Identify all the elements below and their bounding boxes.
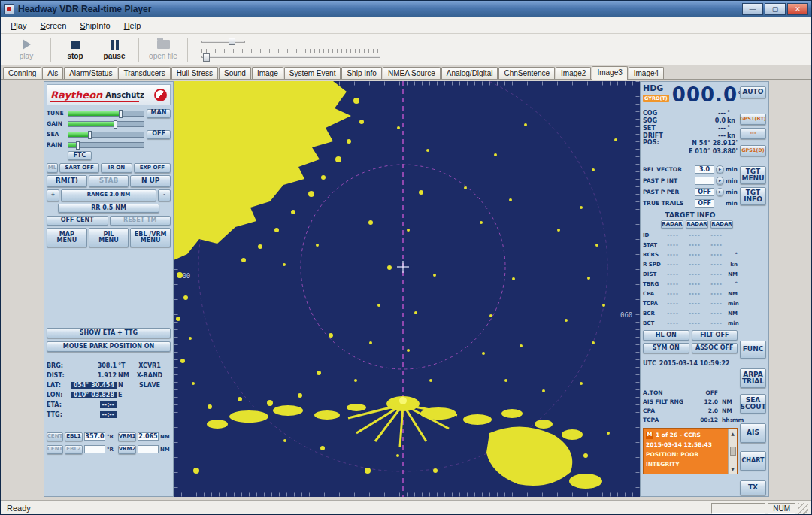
tab-transducers[interactable]: Transducers (118, 67, 170, 79)
cent-ebl2-button[interactable]: CENT (47, 445, 63, 454)
rel-vector-spinner[interactable]: ▸ (716, 165, 724, 174)
speed-slider-knob[interactable] (229, 38, 235, 45)
tab-analog-digital[interactable]: Analog/Digital (441, 67, 498, 79)
sart-button[interactable]: SART OFF (59, 163, 99, 173)
vrm2-button[interactable]: VRM2 (118, 445, 136, 454)
scroll-thumb[interactable] (730, 447, 736, 456)
dist-value: 1.912 (68, 372, 117, 379)
show-eta-ttg-button[interactable]: SHOW ETA + TTG (47, 328, 171, 338)
menu-help[interactable]: Help (117, 19, 148, 32)
radar-source-3-button[interactable]: RADAR (710, 220, 733, 229)
stop-button[interactable]: stop (56, 39, 95, 60)
tab-sound[interactable]: Sound (219, 67, 251, 79)
chart-button[interactable]: CHART (740, 451, 766, 471)
tab-hull-stress[interactable]: Hull Stress (171, 67, 218, 79)
tx-button[interactable]: TX (740, 480, 766, 495)
pause-button[interactable]: pause (95, 39, 134, 60)
reset-tm-button[interactable]: RESET TM (110, 216, 171, 226)
map-menu-button[interactable]: MAPMENU (47, 228, 87, 247)
mouse-park-button[interactable]: MOUSE PARK POSITION ON (47, 341, 171, 352)
assoc-button[interactable]: ASSOC OFF (692, 343, 738, 353)
tgt-info-button[interactable]: TGTINFO (740, 187, 766, 205)
tab-alarm-status[interactable]: Alarm/Status (64, 67, 117, 79)
title-bar[interactable]: Headway VDR Real-time Player — ▢ ✕ (1, 1, 811, 17)
timeline-slider[interactable] (201, 49, 380, 62)
vrm1-button[interactable]: VRM1 (118, 432, 136, 441)
ir-button[interactable]: IR ON (101, 163, 132, 173)
cpa-limit-value: 2.0 (697, 407, 718, 414)
radar-source-2-button[interactable]: RADAR (686, 220, 708, 229)
gps1-d-button[interactable]: GPS1(D) (740, 145, 766, 156)
symbols-button[interactable]: SYM ON (643, 343, 689, 353)
func-button[interactable]: FUNC (740, 341, 766, 359)
alarm-message-box[interactable]: M 1 of 26 - CCRS 2015-03-14 12:58:43 POS… (643, 428, 738, 474)
alarm-scrollbar[interactable]: ▲ ▼ (728, 429, 737, 474)
range-decrease-button[interactable]: - (158, 189, 171, 201)
range-button[interactable]: RANGE 3.0 NM (61, 189, 156, 201)
play-button[interactable]: play (7, 39, 46, 60)
tune-slider[interactable] (68, 111, 144, 117)
ebl1-button[interactable]: EBL1 (65, 432, 83, 441)
sea-scout-button[interactable]: SEASCOUT (740, 394, 766, 414)
tab-system-event[interactable]: System Event (284, 67, 341, 79)
timeline-slider-knob[interactable] (203, 53, 210, 62)
scroll-up-icon[interactable]: ▲ (731, 429, 735, 438)
menu-play[interactable]: Play (4, 19, 33, 32)
tab-image4[interactable]: Image4 (629, 67, 664, 79)
range-rings-button[interactable]: RR 0.5 NM (58, 204, 159, 213)
ebl-vrm-menu-button[interactable]: EBL /VRMMENU (130, 228, 171, 247)
man-button[interactable]: MAN (147, 109, 171, 118)
radar-ppi-display[interactable]: 330 300 060 (174, 81, 640, 497)
off-button[interactable]: OFF (147, 130, 171, 139)
cent-ebl1-button[interactable]: CENT (47, 432, 63, 441)
gps1-bt-button[interactable]: GPS1(BT) (740, 114, 766, 125)
tab-chnsentence[interactable]: ChnSentence (498, 67, 555, 79)
menu-shipinfo[interactable]: ShipInfo (73, 19, 117, 32)
filter-button[interactable]: FILT OFF (692, 330, 738, 341)
scroll-down-icon[interactable]: ▼ (731, 464, 735, 474)
tab-nmea-source[interactable]: NMEA Source (383, 67, 441, 79)
tab-image[interactable]: Image (252, 67, 283, 79)
ais-button[interactable]: AIS (740, 423, 766, 443)
target-info-row: DIST------------NM (643, 269, 738, 279)
tgt-menu-button[interactable]: TGTMENU (740, 166, 766, 184)
auto-button[interactable]: AUTO (740, 86, 766, 98)
off-center-button[interactable]: OFF CENT (47, 216, 108, 226)
north-up-button[interactable]: N UP (130, 175, 171, 187)
past-pos-per-spinner[interactable]: ▸ (716, 188, 724, 196)
menu-screen[interactable]: Screen (33, 19, 73, 32)
gain-slider[interactable] (68, 121, 144, 127)
ftc-button[interactable]: FTC (68, 151, 92, 160)
toolbar-separator (50, 38, 51, 62)
exp-button[interactable]: EXP OFF (134, 163, 171, 173)
tab-image2[interactable]: Image2 (556, 67, 591, 79)
source-dash-button[interactable]: --- (740, 128, 766, 139)
past-pos-int-spinner[interactable]: ▸ (716, 177, 724, 185)
tab-image3[interactable]: Image3 (592, 66, 627, 80)
rain-slider[interactable] (68, 142, 144, 148)
pause-icon (111, 40, 119, 50)
range-increase-button[interactable]: + (47, 189, 59, 201)
heading-line-button[interactable]: HL ON (643, 330, 689, 341)
close-button[interactable]: ✕ (787, 3, 808, 15)
arpa-trial-button[interactable]: ARPATRIAL (740, 368, 766, 388)
tab-ship-info[interactable]: Ship Info (341, 67, 381, 79)
sea-slider[interactable] (68, 132, 144, 138)
tab-ais[interactable]: Ais (42, 67, 63, 79)
tab-conning[interactable]: Conning (3, 67, 41, 79)
stab-button[interactable]: STAB (89, 175, 129, 187)
open-file-button[interactable]: open file (144, 39, 183, 60)
speed-slider[interactable] (201, 38, 245, 45)
target-info-row: ID------------ (643, 230, 738, 240)
pil-menu-button[interactable]: PILMENU (89, 228, 129, 247)
menu-bar: Play Screen ShipInfo Help (1, 17, 811, 34)
minimize-button[interactable]: — (742, 3, 763, 15)
resize-grip[interactable] (798, 503, 808, 514)
rm-button[interactable]: RM(T) (47, 175, 87, 187)
alarm-timestamp: 2015-03-14 12:58:43 (646, 440, 726, 450)
status-text: Ready (4, 504, 709, 513)
ml-button[interactable]: ML (47, 163, 58, 173)
maximize-button[interactable]: ▢ (765, 3, 786, 15)
ebl2-button[interactable]: EBL2 (65, 445, 83, 454)
radar-source-1-button[interactable]: RADAR (661, 220, 683, 229)
